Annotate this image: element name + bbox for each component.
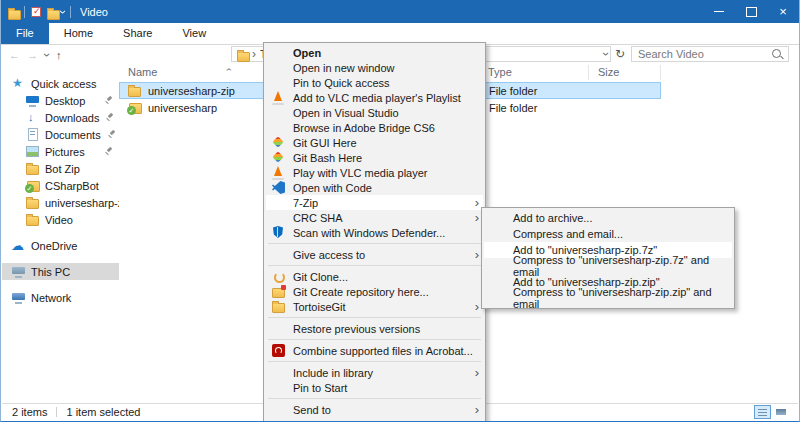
sidebar-item[interactable]: This PC [2,263,119,280]
sidebar-item-label: Bot Zip [45,163,80,175]
context-menu-item[interactable]: Pin to Start [266,380,483,395]
context-menu-item[interactable]: Scan with Windows Defender... [266,225,483,240]
documents-icon [25,127,40,142]
submenu-arrow-icon [475,366,479,379]
sidebar-item-label: universesharp-zip [45,197,119,209]
menu-item-label: Send to [293,404,331,416]
context-menu-item[interactable]: Git GUI Here [266,135,483,150]
context-menu-item[interactable]: Git Bash Here [266,150,483,165]
context-menu-item[interactable]: Git Create repository here... [266,284,483,299]
chevron-down-icon[interactable] [61,5,65,19]
menu-item-label: TortoiseGit [293,301,346,313]
menu-item-label: Open with Code [293,182,372,194]
titlebar-divider [70,6,71,18]
sidebar-item[interactable]: Pictures [2,143,119,160]
sidebar-item-label: Network [31,292,71,304]
menu-item-label: Git Create repository here... [293,286,429,298]
vscode-icon [271,180,286,195]
ribbon-tab[interactable]: File [1,23,49,44]
column-header-type[interactable]: Type [479,65,589,80]
git-icon [271,135,286,150]
menu-item-label: Pin to Start [293,382,347,394]
onedrive-icon [11,238,26,253]
sidebar-item[interactable]: OneDrive [2,237,119,254]
minimize-icon [714,11,724,12]
context-menu-item[interactable]: Open in Visual Studio [266,105,483,120]
ribbon-tab[interactable]: Share [108,23,167,44]
column-header-size[interactable]: Size [589,65,661,80]
menu-item-label: Play with VLC media player [293,167,428,179]
submenu-item[interactable]: Add to archive... [484,210,732,226]
context-menu-item[interactable]: Browse in Adobe Bridge CS6 [266,120,483,135]
context-menu-item[interactable]: Open in new window [266,60,483,75]
folder-icon [25,195,40,210]
ribbon-tab-label: Home [64,27,93,39]
context-menu-item[interactable]: Git Clone... [266,269,483,284]
sidebar-item-label: Video [45,214,73,226]
folder-git-icon [127,100,142,115]
search-icon [771,48,784,61]
ribbon-tab[interactable]: View [167,23,221,44]
context-menu-item[interactable]: Give access to [266,247,483,262]
sidebar-item[interactable]: Desktop [2,92,119,109]
sidebar-item[interactable]: CSharpBot [2,177,119,194]
context-menu-item[interactable]: Combine supported files in Acrobat... [266,343,483,358]
back-icon[interactable]: ← [9,49,20,61]
vlc-icon [271,90,286,105]
submenu-item[interactable]: Compress to "universesharp-zip.zip" and … [484,290,732,306]
desktop-icon [25,93,40,108]
forward-icon[interactable]: → [27,49,38,61]
maximize-button[interactable] [735,0,767,23]
address-dropdown-icon[interactable] [604,47,608,61]
menu-separator [268,361,481,362]
context-menu-item[interactable]: Add to VLC media player's Playlist [266,90,483,105]
pictures-icon [25,144,40,159]
sidebar-item[interactable]: Network [2,289,119,306]
close-button[interactable]: × [767,0,799,23]
sidebar-item-label: This PC [31,266,70,278]
submenu-arrow-icon [475,196,479,209]
submenu-item[interactable]: Compress and email... [484,226,732,242]
submenu-item-label: Add to archive... [513,212,593,224]
context-menu-item[interactable]: Include in library [266,365,483,380]
context-menu-item[interactable]: Send to [266,402,483,417]
sidebar-item[interactable]: universesharp-zip [2,194,119,211]
menu-item-label: Combine supported files in Acrobat... [293,345,473,357]
up-icon[interactable]: ↑ [56,49,62,61]
defender-icon [271,225,286,240]
sidebar-item[interactable]: Bot Zip [2,160,119,177]
sidebar-item[interactable]: Quick access [2,75,119,92]
sidebar-item[interactable]: Downloads [2,109,119,126]
pin-icon [103,95,114,106]
ribbon-tab[interactable]: Home [49,23,108,44]
refresh-icon[interactable]: ↻ [615,47,625,61]
search-input[interactable] [632,47,788,61]
context-menu-item[interactable]: Restore previous versions [266,321,483,336]
sidebar-item[interactable]: Documents [2,126,119,143]
checkbox-icon[interactable] [30,6,42,18]
menu-item-label: Add to VLC media player's Playlist [293,92,461,104]
context-menu-item[interactable]: Pin to Quick access [266,75,483,90]
menu-item-label: Open in new window [293,62,395,74]
folder-icon [7,6,19,18]
context-menu-item[interactable]: CRC SHA [266,210,483,225]
menu-separator [268,398,481,399]
history-chevron-icon[interactable] [45,48,49,62]
sort-ascending-icon [227,62,230,77]
context-menu-item[interactable]: Play with VLC media player [266,165,483,180]
submenu-arrow-icon [475,403,479,416]
status-divider [56,407,57,417]
submenu-item[interactable]: Compress to "universesharp-zip.7z" and e… [484,258,732,274]
submenu-item-label: Compress to "universesharp-zip.7z" and e… [513,254,732,278]
details-view-button[interactable] [754,405,771,419]
context-menu-item[interactable]: TortoiseGit [266,299,483,314]
thumbnails-view-button[interactable] [773,405,790,419]
menu-item-label: Open [293,47,321,59]
context-menu-item[interactable]: Open with Code [266,180,483,195]
sidebar-item[interactable]: Video [2,211,119,228]
minimize-button[interactable] [703,0,735,23]
context-menu-item[interactable]: 7-Zip [266,195,483,210]
7zip-submenu: Add to archive... Compress and email... … [481,207,735,309]
context-menu-item[interactable]: Open [266,45,483,60]
folder-icon [25,161,40,176]
